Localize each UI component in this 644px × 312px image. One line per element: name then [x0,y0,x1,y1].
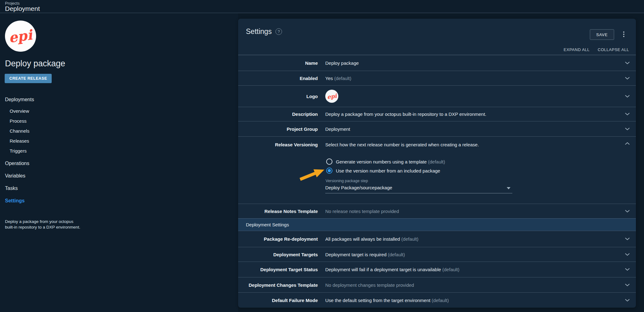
collapse-all-link[interactable]: COLLAPSE ALL [598,47,629,52]
versioning-package-step-select[interactable]: Deploy Package/sourcepackage [325,184,512,193]
row-logo[interactable]: Logo epi [238,85,636,107]
row-package-redeployment[interactable]: Package Re-deployment All packages will … [238,231,636,247]
row-deployment-changes-template[interactable]: Deployment Changes Template No deploymen… [238,277,636,292]
sidebar-item-releases[interactable]: Releases [0,136,100,146]
save-button[interactable]: SAVE [590,29,614,40]
sidebar-item-tasks[interactable]: Tasks [0,182,100,195]
settings-panel: Settings ? SAVE EXPAND ALL COLLAPSE ALL … [238,19,636,308]
row-value: Deployment [325,126,350,132]
row-label: Description [238,111,318,117]
row-value: No deployment changes template provided [325,282,414,288]
row-label: Deployment Targets [238,252,318,257]
versioning-package-step-label: Versioning package step [326,179,368,183]
row-label: Deployment Target Status [238,267,318,272]
row-label: Release Versioning [238,142,318,147]
overflow-menu-icon[interactable] [622,31,626,37]
sidebar-item-overview[interactable]: Overview [0,106,100,116]
chevron-down-icon[interactable] [625,62,630,64]
row-value: Yes (default) [325,76,351,81]
project-name: Deploy package [5,59,65,69]
row-value: Deployment will fail if a deployment tar… [325,267,459,272]
sidebar-item-deployments[interactable]: Deployments [0,93,100,106]
row-deployment-target-status[interactable]: Deployment Target Status Deployment will… [238,262,636,277]
row-value: Deploy a package from your octopus built… [325,111,487,117]
row-value: All packages will always be installed (d… [325,236,418,242]
page-title: Deployment [5,5,40,12]
sidebar-nav: DeploymentsOverviewProcessChannelsReleas… [0,93,100,207]
create-release-button[interactable]: CREATE RELEASE [5,74,52,83]
sidebar-item-triggers[interactable]: Triggers [0,146,100,156]
row-release-versioning[interactable]: Release Versioning Select how the next r… [238,136,636,204]
radio-selected-icon[interactable] [326,168,332,174]
row-deployment-targets[interactable]: Deployment Targets Deployment target is … [238,247,636,262]
sidebar-item-process[interactable]: Process [0,116,100,126]
epi-logo-icon: epi [8,26,33,45]
radio-generate-template[interactable]: Generate version numbers using a templat… [326,158,445,165]
expand-all-link[interactable]: EXPAND ALL [564,47,590,52]
epi-logo-icon: epi [327,92,337,100]
settings-title: Settings [246,27,272,36]
project-description: Deploy a package from your octopus built… [5,219,81,230]
radio-use-package-version[interactable]: Use the version number from an included … [326,168,440,174]
row-label: Release Notes Template [238,209,318,214]
sidebar: epi Deploy package CREATE RELEASE Deploy… [0,13,238,312]
row-label: Package Re-deployment [238,236,318,242]
row-enabled[interactable]: Enabled Yes (default) [238,71,636,85]
project-logo: epi [5,21,36,52]
sidebar-item-settings[interactable]: Settings [0,195,100,207]
select-value: Deploy Package/sourcepackage [325,185,392,190]
row-value: Use the default setting from the target … [325,298,449,303]
chevron-down-icon[interactable] [625,284,630,286]
chevron-down-icon[interactable] [625,238,630,240]
chevron-down-icon[interactable] [625,128,630,130]
project-logo-thumbnail: epi [325,90,338,103]
chevron-down-icon[interactable] [625,268,630,271]
sidebar-item-channels[interactable]: Channels [0,126,100,136]
chevron-down-icon[interactable] [625,253,630,256]
radio-unselected-icon[interactable] [326,158,332,165]
sidebar-item-variables[interactable]: Variables [0,170,100,182]
chevron-down-icon[interactable] [625,113,630,116]
row-default-failure-mode[interactable]: Default Failure Mode Use the default set… [238,292,636,308]
row-value: epi [325,90,338,103]
row-value: Deploy package [325,60,359,66]
row-label: Logo [238,94,318,99]
chevron-down-icon[interactable] [625,77,630,80]
row-project-group[interactable]: Project Group Deployment [238,121,636,136]
chevron-down-icon[interactable] [625,210,630,213]
annotation-arrow-icon [298,165,327,184]
chevron-down-icon[interactable] [625,299,630,302]
chevron-up-icon[interactable] [625,142,630,145]
row-label: Enabled [238,76,318,81]
row-label: Name [238,60,318,66]
row-name[interactable]: Name Deploy package [238,55,636,71]
row-value: Select how the next release number is ge… [325,142,479,147]
row-value: No release notes template provided [325,209,399,214]
row-label: Project Group [238,126,318,132]
dropdown-arrow-icon [507,187,510,189]
row-label: Default Failure Mode [238,298,318,303]
chevron-down-icon[interactable] [625,95,630,98]
help-icon[interactable]: ? [275,28,282,35]
section-header-deployment-settings: Deployment Settings [238,218,636,231]
sidebar-item-operations[interactable]: Operations [0,157,100,170]
row-value: Deployment target is required (default) [325,252,405,257]
row-label: Deployment Changes Template [238,282,318,288]
top-bar: Projects Deployment [0,0,644,13]
settings-header: Settings ? SAVE EXPAND ALL COLLAPSE ALL [238,19,636,55]
row-release-notes-template[interactable]: Release Notes Template No release notes … [238,204,636,218]
row-description[interactable]: Description Deploy a package from your o… [238,107,636,121]
